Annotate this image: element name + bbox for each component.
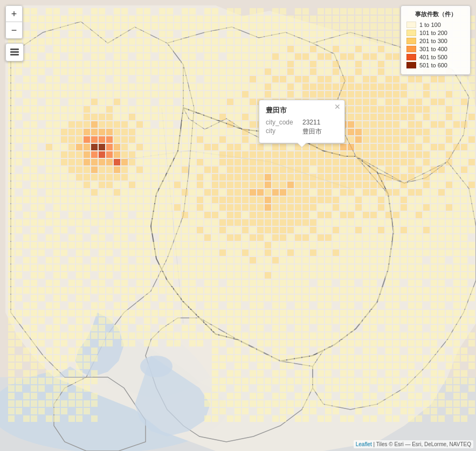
layers-icon xyxy=(9,47,20,58)
popup-field: city_code23211 xyxy=(266,119,338,126)
legend-item: 401 to 500 xyxy=(406,54,465,60)
legend-item: 1 to 100 xyxy=(406,22,465,28)
zoom-in-button[interactable]: + xyxy=(6,6,22,22)
legend-title: 事故件数（件） xyxy=(406,10,465,18)
zoom-controls: + − xyxy=(5,5,23,39)
legend-item: 501 to 600 xyxy=(406,62,465,68)
svg-rect-4 xyxy=(10,54,19,55)
legend: 事故件数（件） 1 to 100101 to 200201 to 300301 … xyxy=(401,5,471,75)
legend-item: 301 to 400 xyxy=(406,46,465,52)
svg-rect-5 xyxy=(10,51,19,53)
legend-item: 101 to 200 xyxy=(406,30,465,36)
popup-close-button[interactable]: ✕ xyxy=(334,103,341,110)
popup-body: city_code23211city豊田市 xyxy=(266,119,338,136)
map-popup: ✕ 豊田市 city_code23211city豊田市 xyxy=(259,100,345,143)
legend-items: 1 to 100101 to 200201 to 300301 to 40040… xyxy=(406,22,465,68)
legend-item: 201 to 300 xyxy=(406,38,465,44)
svg-rect-6 xyxy=(10,48,19,50)
popup-field: city豊田市 xyxy=(266,127,338,136)
zoom-out-button[interactable]: − xyxy=(6,22,22,38)
map-container[interactable]: + − 事故件数（件） 1 to 100101 to 200201 to 300… xyxy=(0,0,476,451)
leaflet-link[interactable]: Leaflet xyxy=(356,441,372,447)
layer-control-button[interactable] xyxy=(5,43,24,61)
map-attribution: Leaflet | Tiles © Esri — Esri, DeLorme, … xyxy=(354,440,473,448)
svg-point-3 xyxy=(140,356,173,377)
popup-title: 豊田市 xyxy=(266,106,338,115)
